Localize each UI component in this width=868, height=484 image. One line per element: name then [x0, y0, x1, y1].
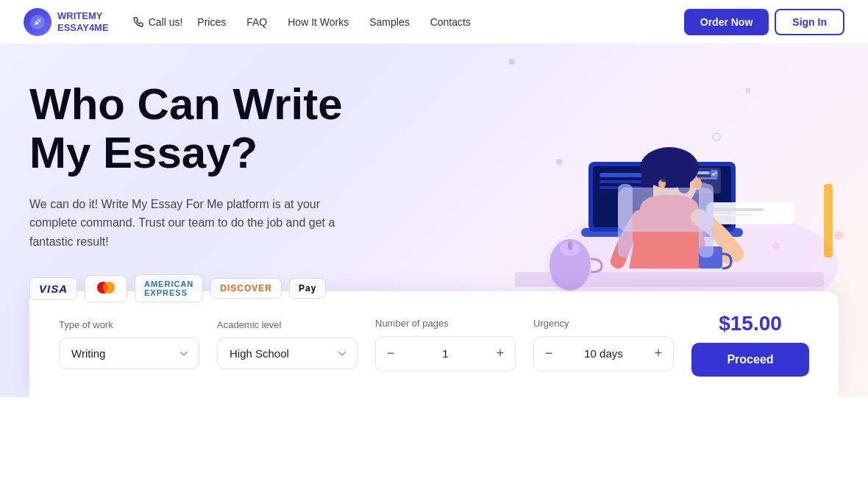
- svg-rect-16: [712, 208, 764, 211]
- hero-section: Who Can Write My Essay? We can do it! Wr…: [0, 44, 868, 397]
- urgency-control: − 10 days +: [533, 336, 674, 371]
- pages-increment-button[interactable]: +: [485, 337, 515, 371]
- proceed-button[interactable]: Proceed: [691, 343, 809, 377]
- urgency-decrement-button[interactable]: −: [534, 337, 563, 371]
- urgency-label: Urgency: [533, 318, 674, 329]
- navbar: WRITEMY ESSAY4ME Call us! Prices FAQ How…: [0, 0, 868, 44]
- logo[interactable]: WRITEMY ESSAY4ME: [24, 8, 109, 36]
- svg-rect-33: [618, 188, 714, 232]
- pages-value: 1: [405, 347, 485, 360]
- amex-badge: AMERICANEXPRESS: [135, 274, 203, 302]
- nav-links: Prices FAQ How It Works Samples Contacts: [188, 10, 683, 34]
- pages-decrement-button[interactable]: −: [376, 337, 405, 371]
- urgency-value: 10 days: [563, 347, 644, 360]
- academic-level-label: Academic level: [217, 319, 357, 330]
- nav-contacts[interactable]: Contacts: [421, 10, 480, 34]
- svg-point-1: [40, 18, 42, 20]
- pages-label: Number of pages: [375, 318, 516, 329]
- apple-pay-badge: Pay: [289, 278, 326, 299]
- nav-how-works[interactable]: How It Works: [279, 10, 357, 34]
- svg-rect-15: [706, 202, 794, 224]
- sign-in-button[interactable]: Sign In: [775, 9, 844, 35]
- hero-title: Who Can Write My Essay?: [29, 80, 343, 177]
- svg-rect-18: [824, 184, 833, 257]
- hero-description: We can do it! Write My Essay For Me plat…: [29, 195, 338, 252]
- svg-rect-17: [712, 214, 753, 216]
- price-proceed-section: $15.00 Proceed: [691, 312, 809, 377]
- nav-actions: Order Now Sign In: [684, 9, 844, 35]
- svg-point-36: [552, 276, 559, 283]
- academic-level-group: Academic level High School College Unive…: [217, 319, 357, 369]
- order-now-button[interactable]: Order Now: [684, 9, 769, 35]
- pages-control: − 1 +: [375, 336, 516, 371]
- svg-point-35: [834, 231, 843, 240]
- type-of-work-group: Type of work Writing Rewriting Editing P…: [59, 319, 199, 369]
- call-label: Call us!: [149, 16, 183, 28]
- discover-badge: DISCOVER: [210, 278, 282, 299]
- order-form: Type of work Writing Rewriting Editing P…: [29, 291, 839, 397]
- urgency-increment-button[interactable]: +: [644, 337, 673, 371]
- nav-faq[interactable]: FAQ: [238, 10, 276, 34]
- visa-badge: VISA: [29, 277, 77, 300]
- logo-icon: [24, 8, 51, 36]
- payment-badges: VISA AMERICANEXPRESS DISCOVER Pay: [29, 274, 343, 302]
- svg-rect-30: [568, 241, 572, 250]
- hero-content: Who Can Write My Essay? We can do it! Wr…: [29, 80, 343, 303]
- nav-prices[interactable]: Prices: [188, 10, 235, 34]
- price-label: $15.00: [719, 312, 782, 335]
- logo-text: WRITEMY ESSAY4ME: [57, 10, 109, 33]
- urgency-group: Urgency − 10 days +: [533, 318, 674, 371]
- pages-group: Number of pages − 1 +: [375, 318, 516, 371]
- nav-samples[interactable]: Samples: [360, 10, 418, 34]
- mastercard-badge: [85, 275, 127, 302]
- phone-icon: [132, 16, 144, 28]
- nav-call[interactable]: Call us!: [132, 16, 183, 28]
- type-of-work-label: Type of work: [59, 319, 199, 330]
- svg-point-25: [661, 179, 666, 182]
- academic-level-select[interactable]: High School College University Master's …: [217, 338, 357, 369]
- svg-point-34: [556, 159, 562, 165]
- type-of-work-select[interactable]: Writing Rewriting Editing Proofreading: [59, 338, 199, 369]
